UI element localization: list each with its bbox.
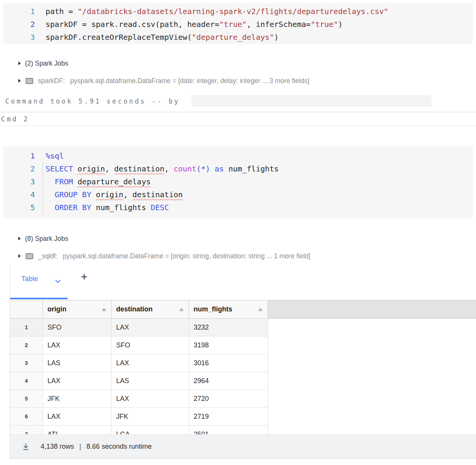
table-row: 5JFKLAX2720 — [10, 390, 278, 408]
column-header-num-flights[interactable]: num_flights — [189, 300, 268, 318]
line-number: 2 — [3, 162, 35, 175]
row-number: 5 — [10, 390, 43, 408]
results-footer: 4,138 rows | 8.66 seconds runtime — [10, 434, 476, 459]
line-number: 2 — [3, 18, 35, 31]
line-number: 3 — [3, 31, 35, 44]
code-line: 3 FROM departure_delays — [3, 175, 473, 188]
code-line: 1path = "/databricks-datasets/learning-s… — [3, 5, 473, 18]
column-header-label: destination — [116, 305, 153, 313]
row-count: 4,138 rows — [41, 443, 74, 451]
code-line: 3sparkDF.createOrReplaceTempView("depart… — [3, 31, 473, 44]
sort-icon — [258, 308, 263, 311]
expand-arrow-icon[interactable] — [18, 61, 21, 65]
dataframe-schema: pyspark.sql.dataframe.DataFrame = [origi… — [63, 252, 311, 260]
table-cell: LAX — [112, 354, 189, 372]
row-number: 1 — [10, 319, 43, 336]
table-cell: ATL — [43, 426, 112, 434]
table-row: 1SFOLAX3232 — [10, 319, 278, 336]
command-status: Command took 5.91 seconds -- by — [5, 96, 180, 107]
table-cell: 3232 — [189, 319, 268, 336]
table-row: 4LAXLAS2964 — [10, 372, 278, 390]
table-cell: LAX — [43, 372, 112, 390]
code-line: 2sparkDF = spark.read.csv(path, header="… — [3, 18, 473, 31]
tab-table[interactable]: Table — [21, 275, 38, 283]
table-row: 7ATLLGA2501 — [10, 426, 278, 434]
code-line: 4 GROUP BY origin, destination — [3, 188, 473, 201]
expand-arrow-icon[interactable] — [18, 79, 21, 83]
sort-icon — [179, 308, 184, 311]
table-row: 6LAXJFK2719 — [10, 408, 278, 426]
table-cell: LGA — [112, 426, 189, 434]
code-line: 5 ORDER BY num_flights DESC — [3, 201, 473, 214]
runtime: 8.66 seconds runtime — [87, 443, 152, 451]
table-cell: LAX — [43, 336, 112, 354]
download-button[interactable] — [22, 443, 30, 451]
line-number: 3 — [3, 175, 35, 188]
table-cell: 3198 — [189, 336, 268, 354]
table-cell: 3016 — [189, 354, 268, 372]
row-number: 2 — [10, 336, 43, 354]
line-number: 1 — [3, 5, 35, 18]
expand-arrow-icon[interactable] — [18, 237, 21, 240]
dataframe-result-toggle-cmd2[interactable]: _sqldf: pyspark.sql.dataframe.DataFrame … — [18, 251, 311, 261]
cmd-label: Cmd 2 — [1, 113, 29, 125]
dataframe-name: sparkDF: — [38, 77, 65, 85]
indent-guide — [43, 162, 43, 214]
expand-arrow-icon[interactable] — [18, 254, 21, 258]
table-row: 3LASLAX3016 — [10, 354, 278, 372]
table-header-row: origin destination num_flights — [10, 300, 476, 319]
spark-jobs-toggle-cmd2[interactable]: (8) Spark Jobs — [18, 234, 68, 243]
line-number: 4 — [3, 188, 35, 201]
footer-separator: | — [79, 443, 81, 451]
row-number: 6 — [10, 408, 43, 426]
spark-jobs-toggle-cmd1[interactable]: (2) Spark Jobs — [18, 59, 68, 68]
table-cell: LAS — [43, 354, 112, 372]
code-cell-cmd1[interactable]: 1path = "/databricks-datasets/learning-s… — [3, 3, 473, 44]
table-cell: JFK — [112, 408, 189, 426]
row-number: 4 — [10, 372, 43, 390]
table-cell: LAX — [43, 408, 112, 426]
redacted-username — [192, 95, 432, 107]
line-number: 5 — [3, 201, 35, 214]
chevron-down-icon[interactable] — [55, 278, 61, 285]
column-header-rownum — [10, 300, 43, 318]
row-number: 3 — [10, 354, 43, 372]
line-number: 1 — [3, 149, 35, 162]
table-cell: JFK — [43, 390, 112, 408]
table-cell: LAX — [112, 319, 189, 336]
code-line: 2SELECT origin, destination, count(*) as… — [3, 162, 473, 175]
active-tab-underline — [10, 298, 68, 299]
column-header-destination[interactable]: destination — [112, 300, 189, 318]
table-cell: SFO — [112, 336, 189, 354]
table-cell: LAS — [112, 372, 189, 390]
spark-jobs-label: (8) Spark Jobs — [25, 235, 68, 243]
code-line: 1%sql — [3, 149, 473, 162]
dataframe-schema: pyspark.sql.dataframe.DataFrame = [date:… — [70, 77, 309, 85]
column-header-label: origin — [47, 305, 66, 313]
dataframe-name: _sqldf: — [38, 252, 58, 260]
results-panel: Table + origin destination num_flights 1… — [10, 265, 476, 459]
table-row: 2LAXSFO3198 — [10, 336, 278, 354]
table-cell: 2964 — [189, 372, 268, 390]
cell-divider-line — [0, 112, 476, 112]
dataframe-table-icon — [25, 253, 33, 259]
add-visualization-button[interactable]: + — [81, 270, 88, 284]
dataframe-table-icon — [25, 78, 33, 84]
spark-jobs-label: (2) Spark Jobs — [25, 60, 68, 68]
databricks-notebook: 1path = "/databricks-datasets/learning-s… — [0, 0, 476, 465]
dataframe-result-toggle-cmd1[interactable]: sparkDF: pyspark.sql.dataframe.DataFrame… — [18, 76, 309, 86]
row-number: 7 — [10, 426, 43, 434]
table-cell: 2720 — [189, 390, 268, 408]
table-body: 1SFOLAX32322LAXSFO31983LASLAX30164LAXLAS… — [10, 319, 278, 434]
cell-divider-line — [0, 126, 476, 126]
table-cell: 2501 — [189, 426, 268, 434]
table-cell: 2719 — [189, 408, 268, 426]
column-header-origin[interactable]: origin — [43, 300, 112, 318]
sort-icon — [102, 308, 106, 311]
code-cell-cmd2[interactable]: 1%sql2SELECT origin, destination, count(… — [3, 146, 473, 218]
column-header-label: num_flights — [194, 305, 232, 313]
table-cell: SFO — [43, 319, 112, 336]
table-cell: LAX — [112, 390, 189, 408]
